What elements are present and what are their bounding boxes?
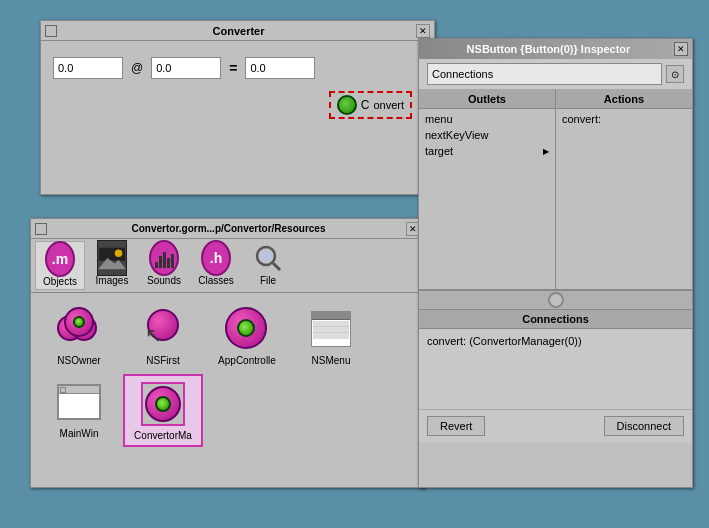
objects-tab-icon: .m xyxy=(45,244,75,274)
actions-list: convert: xyxy=(556,109,692,289)
revert-button[interactable]: Revert xyxy=(427,416,485,436)
actions-header: Actions xyxy=(556,90,692,109)
nsowner-label: NSOwner xyxy=(57,355,100,366)
outlet-nextkeyview[interactable]: nextKeyView xyxy=(421,127,553,143)
convert-button[interactable]: Convert xyxy=(329,91,412,119)
converter-titlebar: Converter ✕ xyxy=(41,21,434,41)
objects-grid: NSOwner ↖ NSFirst AppContro xyxy=(31,293,424,455)
eq-label: = xyxy=(229,60,237,76)
converter-output[interactable] xyxy=(245,57,315,79)
tab-images[interactable]: Images xyxy=(87,241,137,290)
convert-btn-text: onvert xyxy=(373,99,404,111)
tab-classes[interactable]: .h Classes xyxy=(191,241,241,290)
outlet-target[interactable]: target xyxy=(421,143,553,159)
resources-title: Convertor.gorm...p/Convertor/Resources xyxy=(51,223,406,234)
tab-objects[interactable]: .m Objects xyxy=(35,241,85,290)
classes-tab-icon: .h xyxy=(201,243,231,273)
resources-titlebar: Convertor.gorm...p/Convertor/Resources ✕ xyxy=(31,219,424,239)
converter-window: Converter ✕ @ = Convert xyxy=(40,20,435,195)
nsowner-circle-front xyxy=(64,307,94,337)
convertorma-icon xyxy=(139,380,187,428)
resources-win-icon xyxy=(35,223,47,235)
inspector-footer: Revert Disconnect xyxy=(419,409,692,442)
connection-convert: convert: (ConvertorManager(0)) xyxy=(427,333,684,349)
nsowner-icon xyxy=(55,305,103,353)
nsmenu-icon xyxy=(307,305,355,353)
actions-column: Actions convert: xyxy=(556,90,692,289)
nsmenu-table xyxy=(311,311,351,347)
converter-close-btn[interactable]: ✕ xyxy=(416,24,430,38)
nsfirst-label: NSFirst xyxy=(146,355,179,366)
wave-icon xyxy=(155,248,174,268)
outlets-header: Outlets xyxy=(419,90,555,109)
convert-circle-icon xyxy=(337,95,357,115)
win-icon xyxy=(45,25,57,37)
disconnect-button[interactable]: Disconnect xyxy=(604,416,684,436)
nsmenu-item[interactable]: NSMenu xyxy=(291,301,371,370)
inspector-columns: Outlets menu nextKeyView target Actions … xyxy=(419,90,692,290)
inspector-dropdown-row: Connections ⊙ xyxy=(419,59,692,90)
inspector-title: NSButton {Button(0)} Inspector xyxy=(423,43,674,55)
wave-bar2 xyxy=(159,256,162,268)
convertorma-wrap xyxy=(141,382,185,426)
dropdown-arrow-btn[interactable]: ⊙ xyxy=(666,65,684,83)
nsfirst-icon: ↖ xyxy=(139,305,187,353)
inspector-close-btn[interactable]: ✕ xyxy=(674,42,688,56)
outlets-column: Outlets menu nextKeyView target xyxy=(419,90,556,289)
connections-header: Connections xyxy=(419,310,692,329)
h-icon: .h xyxy=(201,240,231,276)
outlet-menu[interactable]: menu xyxy=(421,111,553,127)
nsmenu-header xyxy=(312,312,350,320)
inspector-separator xyxy=(419,290,692,310)
nsowner-circles xyxy=(57,307,101,351)
mainwin-btn xyxy=(60,387,66,393)
appcontrolle-label: AppControlle xyxy=(218,355,276,366)
svg-point-3 xyxy=(115,250,122,257)
separator-circle xyxy=(548,292,564,308)
wave-bar3 xyxy=(163,252,166,268)
tab-objects-label: Objects xyxy=(43,276,77,287)
connections-body: convert: (ConvertorManager(0)) xyxy=(419,329,692,409)
mainwin-icon xyxy=(55,378,103,426)
tab-file-label: File xyxy=(260,275,276,286)
images-tab-icon xyxy=(97,243,127,273)
convertorma-circle xyxy=(145,386,181,422)
nsmenu-row3 xyxy=(313,333,349,339)
converter-input2[interactable] xyxy=(151,57,221,79)
tab-classes-label: Classes xyxy=(198,275,234,286)
resources-tabs: .m Objects Images xyxy=(31,239,424,293)
tab-file[interactable]: File xyxy=(243,241,293,290)
inspector-dropdown[interactable]: Connections xyxy=(427,63,662,85)
appcontrolle-green-dot xyxy=(237,319,255,337)
svg-line-6 xyxy=(273,263,280,270)
appcontrolle-item[interactable]: AppControlle xyxy=(207,301,287,370)
action-convert[interactable]: convert: xyxy=(558,111,690,127)
magnifier-icon xyxy=(253,243,283,273)
sounds-tab-icon xyxy=(149,243,179,273)
convertorma-green-dot xyxy=(155,396,171,412)
wave-bar4 xyxy=(167,258,170,268)
convertorma-item[interactable]: ConvertorMa xyxy=(123,374,203,447)
mainwin-box xyxy=(57,384,101,420)
file-tab-icon xyxy=(253,243,283,273)
inspector-window: NSButton {Button(0)} Inspector ✕ Connect… xyxy=(418,38,693,488)
convert-btn-label: C xyxy=(361,98,370,112)
mainwin-titlebar xyxy=(59,386,99,394)
at-label: @ xyxy=(131,61,143,75)
cursor-icon: ↖ xyxy=(145,323,162,347)
resources-window: Convertor.gorm...p/Convertor/Resources ✕… xyxy=(30,218,425,488)
image-icon xyxy=(97,240,127,276)
mainwin-item[interactable]: MainWin xyxy=(39,374,119,447)
wave-bar5 xyxy=(171,254,174,268)
nsfirst-icon-wrap: ↖ xyxy=(141,307,185,351)
nsowner-item[interactable]: NSOwner xyxy=(39,301,119,370)
nsowner-green-dot xyxy=(73,316,85,328)
converter-input1[interactable] xyxy=(53,57,123,79)
appcontrolle-icon xyxy=(223,305,271,353)
inspector-titlebar: NSButton {Button(0)} Inspector ✕ xyxy=(419,39,692,59)
outlets-list: menu nextKeyView target xyxy=(419,109,555,289)
nsfirst-item[interactable]: ↖ NSFirst xyxy=(123,301,203,370)
tab-sounds[interactable]: Sounds xyxy=(139,241,189,290)
appcontrolle-circle xyxy=(225,307,267,349)
mainwin-label: MainWin xyxy=(60,428,99,439)
